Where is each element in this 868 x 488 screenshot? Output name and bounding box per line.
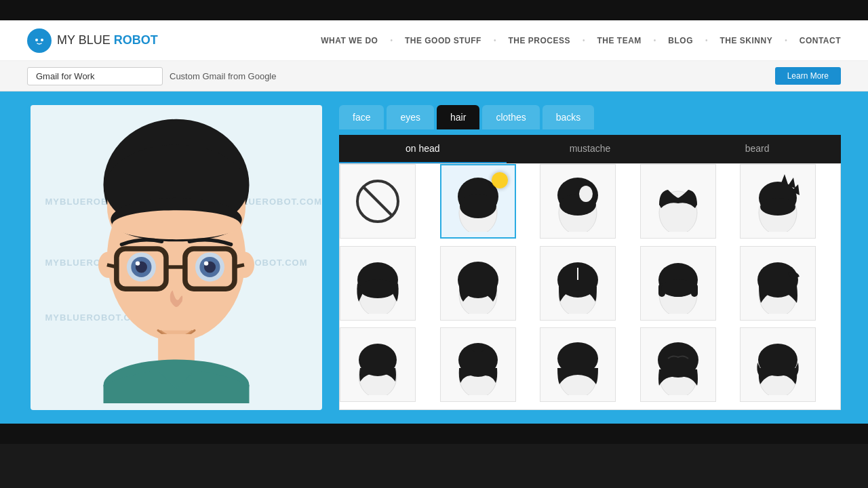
- browser-search-input[interactable]: [27, 67, 163, 85]
- hair-option-6[interactable]: [440, 246, 516, 321]
- sub-tabs: on head mustache beard: [339, 135, 841, 163]
- nav-sep-6: •: [785, 37, 787, 44]
- subtab-on-head[interactable]: on head: [339, 135, 507, 163]
- svg-point-41: [760, 198, 795, 216]
- hair-option-11[interactable]: [440, 327, 516, 402]
- hair-option-4[interactable]: [740, 164, 816, 239]
- nav-sep-1: •: [390, 37, 393, 44]
- hair-option-14[interactable]: [740, 327, 816, 402]
- nav-links: WHAT WE DO • THE GOOD STUFF • THE PROCES…: [321, 36, 841, 45]
- tab-backs[interactable]: backs: [542, 105, 595, 129]
- top-black-bar: [0, 0, 868, 20]
- logo: MY BLUE ROBOT: [27, 28, 158, 53]
- category-tabs: face eyes hair clothes backs: [339, 105, 841, 135]
- svg-line-15: [235, 265, 244, 267]
- logo-icon: [27, 28, 52, 53]
- nav-sep-5: •: [705, 37, 708, 44]
- hair-option-none[interactable]: [340, 164, 416, 239]
- svg-marker-38: [781, 174, 788, 184]
- svg-point-1: [35, 39, 38, 41]
- nav-contact[interactable]: CONTACT: [800, 36, 841, 45]
- controls-panel: face eyes hair clothes backs on head mus…: [339, 105, 841, 410]
- hair-option-13[interactable]: [640, 327, 716, 402]
- nav-sep-4: •: [654, 37, 656, 44]
- svg-point-2: [41, 39, 43, 41]
- svg-point-8: [112, 210, 240, 239]
- nav-the-team[interactable]: THE TEAM: [597, 36, 641, 45]
- hair-option-2[interactable]: [540, 164, 616, 239]
- svg-point-30: [460, 194, 496, 218]
- avatar-container: MYBLUEROBOT.COM MYBLUEROBOT.COM MYBLUERO…: [27, 105, 326, 410]
- nav-sep-3: •: [583, 37, 585, 44]
- main-nav: MY BLUE ROBOT WHAT WE DO • THE GOOD STUF…: [0, 20, 868, 61]
- avatar-svg: [47, 112, 305, 403]
- browser-bar: Custom Gmail from Google Learn More: [0, 61, 868, 92]
- hair-option-5[interactable]: [340, 246, 416, 321]
- tab-eyes[interactable]: eyes: [387, 105, 434, 129]
- tab-clothes[interactable]: clothes: [482, 105, 539, 129]
- nav-sep-2: •: [494, 37, 496, 44]
- browser-url-text: Custom Gmail from Google: [170, 71, 277, 81]
- hair-option-1[interactable]: [440, 164, 516, 239]
- nav-the-skinny[interactable]: THE SKINNY: [720, 36, 773, 45]
- avatar-display: MYBLUEROBOT.COM MYBLUEROBOT.COM MYBLUERO…: [31, 105, 322, 410]
- hair-grid: [339, 163, 841, 410]
- creator-section: MYBLUEROBOT.COM MYBLUEROBOT.COM MYBLUERO…: [0, 92, 868, 424]
- hair-option-10[interactable]: [340, 327, 416, 402]
- learn-more-button[interactable]: Learn More: [775, 67, 841, 85]
- logo-text: MY BLUE ROBOT: [57, 33, 158, 47]
- cursor-indicator: [492, 172, 508, 188]
- subtab-mustache[interactable]: mustache: [507, 135, 674, 163]
- svg-point-0: [33, 34, 46, 47]
- hair-option-9[interactable]: [740, 246, 816, 321]
- nav-the-process[interactable]: THE PROCESS: [508, 36, 570, 45]
- nav-good-stuff[interactable]: THE GOOD STUFF: [405, 36, 481, 45]
- svg-point-19: [136, 261, 140, 265]
- hair-option-8[interactable]: [640, 246, 716, 321]
- tab-face[interactable]: face: [339, 105, 384, 129]
- svg-point-23: [204, 261, 208, 265]
- hair-option-7[interactable]: [540, 246, 616, 321]
- hair-option-12[interactable]: [540, 327, 616, 402]
- tab-hair[interactable]: hair: [437, 105, 479, 129]
- nav-blog[interactable]: BLOG: [668, 36, 693, 45]
- svg-line-14: [107, 265, 117, 267]
- svg-point-54: [661, 279, 695, 297]
- svg-point-44: [359, 279, 396, 298]
- bottom-black-bar: [0, 424, 868, 444]
- svg-point-34: [579, 186, 593, 202]
- subtab-beard[interactable]: beard: [673, 135, 841, 163]
- nav-what-we-do[interactable]: WHAT WE DO: [321, 36, 378, 45]
- hair-option-3[interactable]: [640, 164, 716, 239]
- svg-line-27: [364, 188, 391, 215]
